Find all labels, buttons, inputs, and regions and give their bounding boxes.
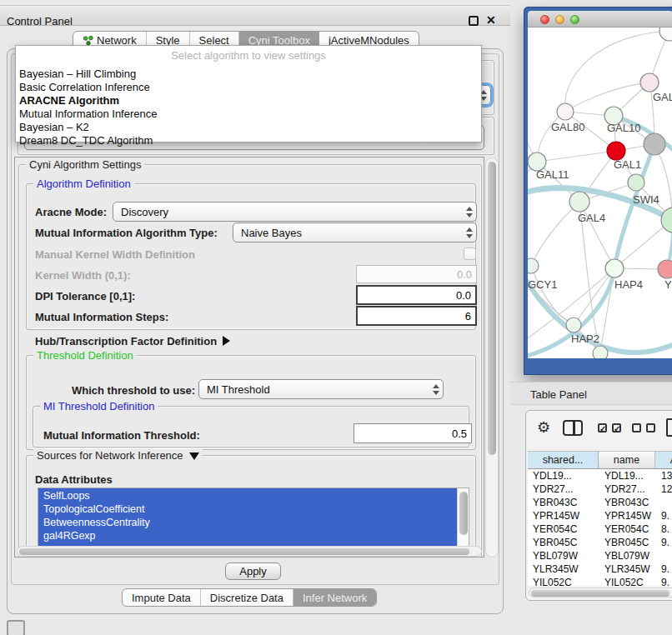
table-row[interactable]: YER054CYER054C8. [528,522,672,536]
tab-discretize-data[interactable]: Discretize Data [201,589,293,606]
collapse-arrow-icon [189,452,199,460]
tab-impute-data[interactable]: Impute Data [123,589,201,606]
manual-kernel-label: Manual Kernel Width Definition [35,248,195,261]
table-panel-titlebar: Table Panel [510,382,672,405]
settings-hscrollbar-thumb[interactable] [19,548,469,555]
network-node[interactable] [593,346,608,358]
algorithm-option[interactable]: Dream8 DC_TDC Algorithm [19,134,478,148]
table-horizontal-scrollbar[interactable] [529,588,672,598]
algorithm-option-selected[interactable]: ARACNE Algorithm [19,94,478,108]
which-threshold-combo[interactable]: MI Threshold [198,379,444,399]
network-canvas[interactable]: GAL7 GAL80 GAL10 GAL1 GAL11 SWI4 GAL4 GC… [528,28,672,358]
settings-scrollpane: Cyni Algorithm Settings Algorithm Defini… [14,157,484,558]
table-body: YDL19...YDL19...13 YDR27...YDR27...12 YB… [528,469,672,586]
table-row[interactable]: YIL052CYIL052C9. [528,576,672,586]
table-row[interactable]: YBL079WYBL079W [528,549,672,562]
node-label: GAL80 [551,121,584,133]
node-label: GAL1 [614,158,641,171]
select-all-checkbox-icon[interactable]: ✓ [598,423,607,432]
manual-kernel-checkbox[interactable] [464,248,476,260]
document-icon[interactable] [666,418,672,437]
network-window-titlebar[interactable] [528,11,672,28]
list-item[interactable]: gal4RGexp [43,529,444,542]
data-attributes-list[interactable]: SelfLoops TopologicalCoefficient Between… [38,488,469,547]
network-node[interactable] [661,208,672,232]
list-item[interactable]: BetweennessCentrality [43,516,444,529]
tab-discretize-data-label: Discretize Data [210,592,283,604]
mi-steps-input[interactable] [356,306,477,326]
mi-threshold-input[interactable] [354,423,472,443]
dpi-tolerance-input[interactable] [356,285,477,305]
table-row[interactable]: YDL19...YDL19...13 [528,469,672,482]
which-threshold-value: MI Threshold [199,383,429,396]
hub-definition-toggle[interactable]: Hub/Transcription Factor Definition [35,335,230,348]
node-label: GAL4 [578,212,605,224]
network-node-hap2[interactable] [566,318,581,332]
list-item[interactable]: SelfLoops [43,489,444,502]
algorithm-option[interactable]: Basic Correlation Inference [19,81,478,94]
table-settings-gear-icon[interactable]: ⚙ [537,419,550,436]
algorithm-definition-title: Algorithm Definition [33,178,134,190]
settings-horizontal-scrollbar[interactable] [17,546,482,557]
mi-type-combo[interactable]: Naive Bayes [233,222,477,242]
minimized-panel-icon[interactable] [7,620,25,635]
aracne-mode-value: Discovery [113,206,463,218]
network-node[interactable] [659,28,672,41]
split-columns-icon[interactable] [563,420,583,436]
network-node-swi4[interactable] [628,174,644,191]
expand-arrow-icon [223,336,230,346]
aracne-mode-combo[interactable]: Discovery [113,202,477,222]
column-header-shared-name[interactable]: shared... [528,451,599,469]
network-node-salmon[interactable] [658,260,672,278]
settings-vertical-scrollbar[interactable] [485,158,499,558]
zoom-window-button[interactable] [570,15,579,24]
table-row[interactable]: YPR145WYPR145W9. [528,509,672,522]
network-view-window[interactable]: GAL7 GAL80 GAL10 GAL1 GAL11 SWI4 GAL4 GC… [524,7,672,375]
network-icon [83,35,93,46]
list-vertical-scrollbar[interactable] [457,488,469,547]
table-row[interactable]: YBR043CYBR043C [528,496,672,509]
screen: Control Panel ✕ Network Style Select Cyn… [0,0,672,635]
deselect-all-checkbox-icon[interactable] [646,423,655,432]
network-node-gal80[interactable] [557,103,574,120]
float-window-button[interactable] [469,16,479,26]
algorithm-placeholder: Select algorithm to view settings [16,49,481,62]
kernel-width-input[interactable] [356,265,477,283]
list-scrollbar-thumb[interactable] [459,492,468,535]
apply-button[interactable]: Apply [225,562,281,580]
node-label: HAP4 [614,278,643,291]
algorithm-option[interactable]: Mutual Information Inference [19,108,478,121]
settings-vscrollbar-thumb[interactable] [488,162,496,455]
aracne-mode-label: Aracne Mode: [35,206,107,218]
column-header-name[interactable]: name [599,451,655,469]
select-all-checkbox-icon[interactable]: ✓ [612,423,621,432]
list-item[interactable]: TopologicalCoefficient [43,502,444,516]
close-panel-button[interactable]: ✕ [486,13,496,27]
network-node-gray[interactable] [644,133,665,155]
threshold-definition-title: Threshold Definition [33,349,137,362]
table-row[interactable]: YDR27...YDR27...12 [528,482,672,496]
mi-threshold-label: Mutual Information Threshold: [43,429,200,442]
tab-infer-network-label: Infer Network [303,592,367,604]
node-label: GAL10 [607,122,640,134]
table-row[interactable]: YBR045CYBR045C9. [528,536,672,549]
network-node-gcy1[interactable] [528,258,539,273]
network-node-gal4[interactable] [569,192,589,212]
column-header[interactable]: A [655,451,672,469]
table-hscrollbar-thumb[interactable] [531,590,669,597]
algorithm-option[interactable]: Bayesian – Hill Climbing [19,68,478,81]
algorithm-option[interactable]: Bayesian – K2 [19,121,478,134]
network-node-gal1-selected[interactable] [607,142,625,160]
stepper-icon [429,384,443,395]
network-node-hap4[interactable] [605,259,624,278]
minimize-window-button[interactable] [555,15,564,24]
node-label: GCY1 [528,278,557,291]
mi-type-value: Naive Bayes [233,227,463,239]
hub-definition-label: Hub/Transcription Factor Definition [35,335,217,348]
sources-title: Sources for Network Inference [33,449,203,462]
tab-infer-network[interactable]: Infer Network [293,589,376,606]
close-window-button[interactable] [540,15,549,24]
network-node-gal7[interactable] [640,73,659,92]
deselect-all-checkbox-icon[interactable] [632,423,641,432]
table-row[interactable]: YLR345WYLR345W9. [528,562,672,576]
